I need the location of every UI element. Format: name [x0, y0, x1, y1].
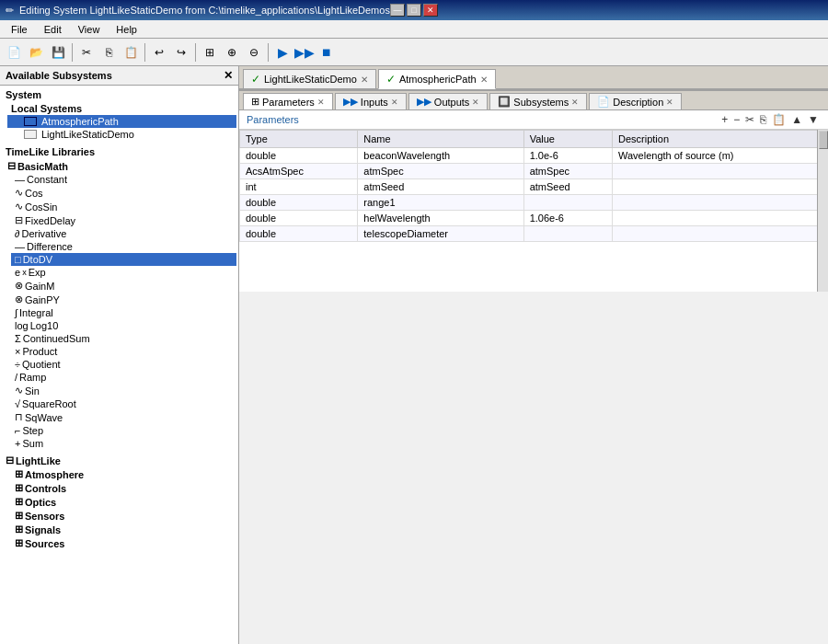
redo-button[interactable]: ↪ — [171, 42, 191, 63]
subsystems-tab-close[interactable]: ✕ — [571, 98, 579, 107]
panel-tab-parameters[interactable]: ⊞ Parameters ✕ — [243, 93, 333, 109]
panel-tab-inputs[interactable]: ▶▶ Inputs ✕ — [335, 93, 407, 109]
zoom-fit-button[interactable]: ⊞ — [200, 42, 220, 63]
panel-tab-outputs[interactable]: ▶▶ Outputs ✕ — [408, 93, 489, 109]
sidebar-item-squareroot[interactable]: √ SquareRoot — [11, 397, 236, 410]
close-button[interactable]: ✕ — [423, 4, 438, 17]
run-fast-button[interactable]: ▶▶ — [294, 42, 315, 63]
copy-param-button[interactable]: ⎘ — [758, 113, 768, 126]
sidebar-item-controls[interactable]: ⊞ Controls — [11, 481, 236, 495]
tab-close-atmosphericpath[interactable]: ✕ — [480, 75, 488, 85]
undo-button[interactable]: ↩ — [149, 42, 169, 63]
cell-type: double — [240, 148, 358, 164]
tab-lightlikedemo[interactable]: ✓ LightLikeStaticDemo ✕ — [243, 69, 376, 88]
window-title: Editing System LightLikeStaticDemo from … — [19, 5, 390, 16]
table-row[interactable]: double range1 — [240, 195, 828, 211]
copy-button[interactable]: ⎘ — [98, 42, 119, 63]
sidebar-item-sqwave[interactable]: ⊓ SqWave — [11, 410, 236, 424]
remove-param-button[interactable]: − — [731, 113, 742, 126]
atmosphericpath-label: AtmosphericPath — [41, 116, 119, 127]
params-tab-close[interactable]: ✕ — [317, 98, 325, 107]
move-up-button[interactable]: ▲ — [789, 113, 804, 126]
sidebar-item-integral[interactable]: ∫ Integral — [11, 306, 236, 319]
sidebar-group-basicmath[interactable]: ⊟ BasicMath — [2, 159, 236, 173]
sidebar-item-gainpy[interactable]: ⊗ GainPY — [11, 293, 236, 306]
lightlike-label: LightLike — [16, 455, 61, 466]
sidebar-item-fixeddelay[interactable]: ⊟ FixedDelay — [11, 213, 236, 227]
params-scrollbar-thumb[interactable] — [819, 131, 828, 149]
table-row[interactable]: double helWavelength 1.06e-6 — [240, 211, 828, 226]
col-type: Type — [240, 131, 358, 148]
sidebar-item-sum[interactable]: + Sum — [11, 437, 236, 450]
sidebar-item-atmosphericpath[interactable]: AtmosphericPath — [7, 115, 236, 128]
move-down-button[interactable]: ▼ — [806, 113, 821, 126]
sidebar-item-product[interactable]: × Product — [11, 345, 236, 358]
sidebar-item-sin[interactable]: ∿ Sin — [11, 384, 236, 397]
sidebar-item-exp[interactable]: ex Exp — [11, 266, 236, 279]
sidebar-item-gainm[interactable]: ⊗ GainM — [11, 279, 236, 293]
controls-label: Controls — [25, 483, 66, 494]
sidebar-item-ramp[interactable]: / Ramp — [11, 371, 236, 384]
tab-close-lightlikedemo[interactable]: ✕ — [361, 75, 368, 85]
sidebar-item-constant[interactable]: — Constant — [11, 173, 236, 186]
params-scrollbar-v[interactable] — [817, 130, 828, 292]
menu-edit[interactable]: Edit — [37, 22, 69, 37]
toolbar-sep4 — [268, 43, 269, 62]
sidebar-item-derivative[interactable]: ∂ Derivative — [11, 227, 236, 240]
sidebar-item-sensors[interactable]: ⊞ Sensors — [11, 509, 236, 523]
table-row[interactable]: double beaconWavelength 1.0e-6 Wavelengt… — [240, 148, 828, 164]
table-row[interactable]: int atmSeed atmSeed — [240, 179, 828, 195]
minimize-button[interactable]: — — [390, 4, 405, 17]
table-row[interactable]: double telescopeDiameter — [240, 226, 828, 242]
outputs-tab-close[interactable]: ✕ — [472, 98, 479, 107]
sidebar-item-difference[interactable]: — Difference — [11, 240, 236, 253]
sidebar-item-signals[interactable]: ⊞ Signals — [11, 523, 236, 536]
sidebar-item-cos[interactable]: ∿ Cos — [11, 186, 236, 200]
inputs-tab-close[interactable]: ✕ — [391, 98, 398, 107]
menu-file[interactable]: File — [4, 22, 35, 37]
description-tab-close[interactable]: ✕ — [666, 98, 673, 107]
sources-plus-icon: ⊞ — [15, 537, 23, 549]
sidebar-item-optics[interactable]: ⊞ Optics — [11, 495, 236, 509]
menu-help[interactable]: Help — [109, 22, 144, 37]
stop-button[interactable]: ⏹ — [316, 42, 337, 63]
panel-tab-subsystems[interactable]: 🔲 Subsystems ✕ — [489, 93, 587, 109]
description-tab-icon: 📄 — [597, 96, 610, 108]
open-button[interactable]: 📂 — [26, 42, 46, 63]
maximize-button[interactable]: □ — [407, 4, 421, 17]
tab-check-icon1: ✓ — [251, 73, 260, 86]
cut-param-button[interactable]: ✂ — [743, 113, 756, 126]
zoom-out-button[interactable]: ⊖ — [244, 42, 264, 63]
save-button[interactable]: 💾 — [48, 42, 68, 63]
sidebar-item-log10[interactable]: log Log10 — [11, 319, 236, 332]
sidebar-item-atmosphere[interactable]: ⊞ Atmosphere — [11, 467, 236, 481]
lightlikedemo-label: LightLikeStaticDemo — [41, 129, 134, 140]
zoom-in-button[interactable]: ⊕ — [222, 42, 242, 63]
controls-plus-icon: ⊞ — [15, 482, 23, 494]
sidebar-local-systems-label: Local Systems — [7, 102, 236, 115]
run-button[interactable]: ▶ — [272, 42, 293, 63]
sidebar-item-lightlikedemo[interactable]: LightLikeStaticDemo — [7, 128, 236, 141]
menu-view[interactable]: View — [71, 22, 108, 37]
sidebar-item-dtodv[interactable]: □ DtoDV — [11, 253, 236, 266]
sidebar-item-cossin[interactable]: ∿ CosSin — [11, 200, 236, 213]
sidebar-item-step[interactable]: ⌐ Step — [11, 424, 236, 437]
sidebar-item-continuedsum[interactable]: Σ ContinuedSum — [11, 332, 236, 345]
sidebar-group-lightlike[interactable]: ⊟ LightLike — [2, 454, 236, 467]
paste-param-button[interactable]: 📋 — [770, 113, 788, 126]
col-value: Value — [523, 131, 612, 148]
sidebar-item-quotient[interactable]: ÷ Quotient — [11, 358, 236, 371]
table-row[interactable]: AcsAtmSpec atmSpec atmSpec — [240, 164, 828, 179]
cut-button[interactable]: ✂ — [76, 42, 97, 63]
new-button[interactable]: 📄 — [4, 42, 24, 63]
sidebar-close-button[interactable]: ✕ — [224, 69, 233, 82]
col-description: Description — [613, 131, 828, 148]
add-param-button[interactable]: + — [719, 113, 730, 126]
paste-button[interactable]: 📋 — [121, 42, 141, 63]
cell-name: range1 — [358, 195, 523, 211]
cell-desc — [613, 164, 828, 179]
panel-tab-description[interactable]: 📄 Description ✕ — [589, 93, 682, 109]
sidebar-item-sources[interactable]: ⊞ Sources — [11, 536, 236, 550]
tab-atmosphericpath[interactable]: ✓ AtmosphericPath ✕ — [378, 69, 496, 89]
cell-value: 1.0e-6 — [523, 148, 612, 164]
